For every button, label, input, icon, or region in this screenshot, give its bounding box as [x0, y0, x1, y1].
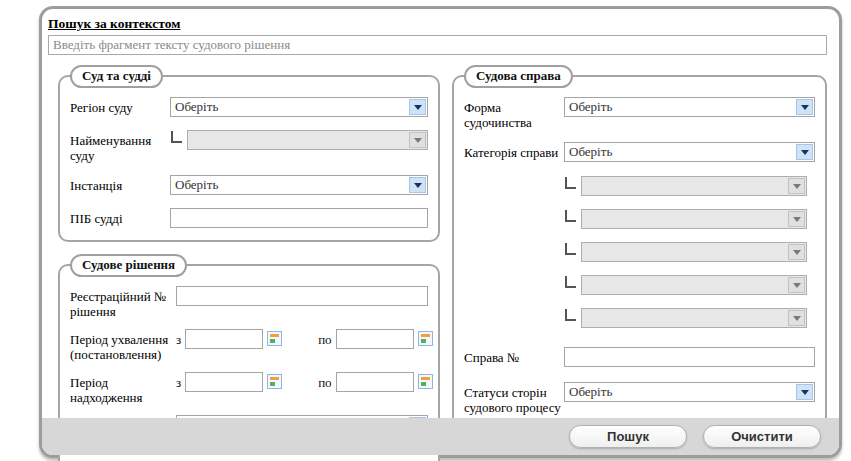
- party-statuses-select[interactable]: Оберіть: [564, 382, 815, 402]
- chevron-down-icon[interactable]: [796, 99, 813, 115]
- chevron-down-icon[interactable]: [409, 177, 426, 193]
- branch-connector-icon: [565, 243, 576, 255]
- chevron-down-icon[interactable]: [796, 144, 813, 160]
- court-and-judges-group: Суд та судді Регіон суду Оберіть Наймену…: [58, 75, 440, 242]
- search-form-panel: Пошук за контекстом Суд та судді Регіон …: [39, 6, 842, 458]
- clear-button[interactable]: Очистити: [703, 425, 821, 448]
- receipt-period-row: Період надходження з по: [70, 372, 428, 405]
- proceeding-form-select[interactable]: Оберіть: [564, 97, 815, 117]
- court-decision-legend: Судове рішення: [70, 254, 187, 277]
- calendar-icon[interactable]: [267, 374, 282, 389]
- context-search-label: Пошук за контекстом: [48, 16, 827, 32]
- receipt-from-label: з: [176, 372, 181, 391]
- court-region-select[interactable]: Оберіть: [170, 97, 428, 117]
- instance-select[interactable]: Оберіть: [170, 175, 428, 195]
- registration-number-row: Реєстраційний № рішення: [70, 286, 428, 319]
- case-subcategory-select-1: [581, 176, 807, 196]
- instance-row: Інстанція Оберіть: [70, 175, 428, 195]
- case-category-value: Оберіть: [569, 144, 612, 159]
- court-name-select: [187, 130, 428, 150]
- subcategory-spacer: [464, 275, 564, 278]
- court-region-row: Регіон суду Оберіть: [70, 97, 428, 117]
- chevron-down-icon[interactable]: [409, 99, 426, 115]
- branch-connector-icon: [565, 210, 576, 222]
- adoption-from-label: з: [176, 329, 181, 348]
- instance-value: Оберіть: [175, 177, 218, 192]
- context-search-section: Пошук за контекстом: [42, 9, 839, 55]
- subcategory-spacer: [464, 242, 564, 245]
- judge-name-row: ПІБ судді: [70, 208, 428, 228]
- subcategory-spacer: [464, 209, 564, 212]
- judge-name-input[interactable]: [170, 208, 428, 228]
- adoption-to-label: по: [318, 329, 331, 348]
- chevron-down-icon: [409, 132, 426, 148]
- judge-name-label: ПІБ судді: [70, 208, 170, 226]
- chevron-down-icon: [788, 244, 805, 260]
- party-statuses-label: Статуси сторін судового процесу: [464, 382, 564, 415]
- case-category-row: Категорія справи Оберіть: [464, 142, 815, 162]
- chevron-down-icon: [788, 178, 805, 194]
- chevron-down-icon: [788, 277, 805, 293]
- branch-connector-icon: [565, 309, 576, 321]
- branch-connector-icon: [171, 131, 182, 143]
- case-subcategory-row-1: [464, 176, 815, 196]
- search-button[interactable]: Пошук: [569, 425, 687, 448]
- registration-number-label: Реєстраційний № рішення: [70, 286, 176, 319]
- case-subcategory-row-4: [464, 275, 815, 295]
- context-search-input[interactable]: [48, 35, 827, 55]
- court-region-label: Регіон суду: [70, 97, 170, 115]
- case-subcategory-row-5: [464, 308, 815, 328]
- subcategory-spacer: [464, 176, 564, 179]
- subcategory-spacer: [464, 308, 564, 311]
- proceeding-form-value: Оберіть: [569, 99, 612, 114]
- case-subcategory-select-3: [581, 242, 807, 262]
- receipt-to-label: по: [318, 372, 331, 391]
- case-category-select[interactable]: Оберіть: [564, 142, 815, 162]
- party-statuses-value: Оберіть: [569, 384, 612, 399]
- instance-label: Інстанція: [70, 175, 170, 193]
- proceeding-form-row: Форма судочинства Оберіть: [464, 97, 815, 130]
- footer-bar: Пошук Очистити: [42, 418, 839, 455]
- court-case-legend: Судова справа: [464, 65, 573, 88]
- court-name-label: Найменування суду: [70, 130, 170, 163]
- adoption-from-input[interactable]: [185, 329, 263, 349]
- court-name-row: Найменування суду: [70, 130, 428, 163]
- receipt-to-input[interactable]: [336, 372, 414, 392]
- branch-connector-icon: [565, 177, 576, 189]
- adoption-to-input[interactable]: [336, 329, 414, 349]
- adoption-period-label: Період ухвалення (постановлення): [70, 329, 176, 362]
- branch-connector-icon: [565, 276, 576, 288]
- case-number-label: Справа №: [464, 347, 564, 365]
- case-subcategory-select-2: [581, 209, 807, 229]
- calendar-icon[interactable]: [418, 374, 433, 389]
- party-statuses-row: Статуси сторін судового процесу Оберіть: [464, 382, 815, 415]
- chevron-down-icon: [788, 310, 805, 326]
- case-subcategory-select-4: [581, 275, 807, 295]
- receipt-from-input[interactable]: [185, 372, 263, 392]
- case-number-input[interactable]: [564, 347, 815, 367]
- court-case-group: Судова справа Форма судочинства Оберіть …: [452, 75, 827, 429]
- court-region-value: Оберіть: [175, 99, 218, 114]
- registration-number-input[interactable]: [176, 286, 428, 306]
- court-and-judges-legend: Суд та судді: [70, 65, 163, 88]
- case-subcategory-row-3: [464, 242, 815, 262]
- adoption-period-row: Період ухвалення (постановлення) з по: [70, 329, 428, 362]
- calendar-icon[interactable]: [418, 331, 433, 346]
- chevron-down-icon: [788, 211, 805, 227]
- chevron-down-icon[interactable]: [796, 384, 813, 400]
- case-number-row: Справа №: [464, 347, 815, 367]
- case-subcategory-row-2: [464, 209, 815, 229]
- calendar-icon[interactable]: [267, 331, 282, 346]
- case-category-label: Категорія справи: [464, 142, 564, 160]
- proceeding-form-label: Форма судочинства: [464, 97, 564, 130]
- case-subcategory-select-5: [581, 308, 807, 328]
- receipt-period-label: Період надходження: [70, 372, 176, 405]
